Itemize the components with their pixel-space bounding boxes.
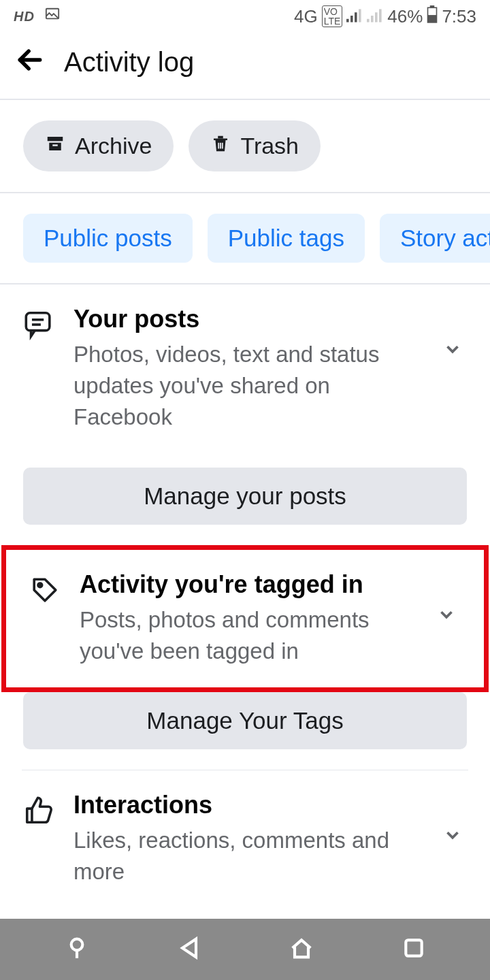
svg-rect-18 (26, 313, 50, 331)
svg-rect-17 (222, 143, 223, 149)
posts-icon (23, 305, 54, 343)
section-interactions[interactable]: Interactions Likes, reactions, comments … (0, 770, 490, 901)
nav-back-icon[interactable] (176, 934, 203, 964)
archive-label: Archive (75, 133, 152, 159)
filter-public-tags[interactable]: Public tags (208, 214, 365, 263)
volte-icon: VOLTE (322, 5, 343, 27)
archive-button[interactable]: Archive (23, 120, 174, 172)
your-posts-title: Your posts (74, 305, 423, 333)
action-pill-row: Archive Trash (0, 100, 490, 192)
svg-rect-13 (49, 143, 61, 150)
trash-icon (210, 133, 231, 159)
clock: 7:53 (442, 6, 476, 27)
svg-rect-1 (346, 18, 349, 22)
chevron-down-icon (442, 791, 467, 848)
chevron-down-icon (442, 305, 467, 362)
like-icon (23, 791, 54, 829)
signal-icon-2 (367, 6, 383, 27)
svg-point-22 (71, 939, 82, 951)
svg-rect-12 (48, 137, 63, 141)
nav-home-icon[interactable] (288, 934, 315, 964)
section-your-posts[interactable]: Your posts Photos, videos, text and stat… (0, 284, 490, 447)
page-title: Activity log (64, 47, 194, 78)
trash-button[interactable]: Trash (189, 120, 321, 172)
svg-rect-11 (428, 15, 437, 22)
filter-story-activity[interactable]: Story acti (380, 214, 490, 263)
highlight-annotation: Activity you're tagged in Posts, photos … (1, 545, 489, 692)
network-indicator: 4G (294, 6, 318, 27)
picture-icon (43, 7, 62, 26)
chevron-down-icon (436, 570, 461, 627)
svg-rect-7 (375, 12, 378, 22)
archive-icon (45, 133, 65, 159)
interactions-desc: Likes, reactions, comments and more (74, 825, 423, 887)
svg-rect-4 (359, 9, 361, 22)
filter-public-posts[interactable]: Public posts (23, 214, 193, 263)
svg-rect-3 (355, 12, 357, 22)
status-bar: HD 4G VOLTE 46% 7:53 (0, 0, 490, 33)
svg-rect-16 (220, 143, 221, 149)
system-nav-bar (0, 919, 490, 980)
svg-rect-14 (52, 144, 58, 146)
nav-assistant-icon[interactable] (63, 934, 91, 964)
svg-point-21 (38, 583, 42, 587)
your-posts-desc: Photos, videos, text and status updates … (74, 339, 423, 434)
hd-indicator: HD (14, 9, 35, 24)
battery-icon (427, 5, 438, 28)
svg-rect-15 (218, 143, 220, 149)
interactions-title: Interactions (74, 791, 423, 819)
tag-icon (29, 570, 61, 608)
manage-posts-button[interactable]: Manage your posts (23, 468, 467, 525)
section-tagged[interactable]: Activity you're tagged in Posts, photos … (6, 550, 484, 681)
back-arrow-icon[interactable] (15, 45, 45, 80)
svg-rect-8 (379, 9, 382, 22)
manage-tags-button[interactable]: Manage Your Tags (23, 692, 467, 749)
signal-icon (346, 6, 363, 27)
svg-rect-2 (350, 16, 353, 22)
svg-rect-23 (406, 940, 421, 956)
nav-recent-icon[interactable] (400, 934, 427, 964)
filter-chip-row[interactable]: Public posts Public tags Story acti (0, 193, 490, 283)
tagged-title: Activity you're tagged in (80, 570, 417, 599)
trash-label: Trash (240, 133, 299, 159)
battery-percent: 46% (387, 6, 423, 27)
svg-rect-6 (371, 16, 374, 22)
app-header: Activity log (0, 33, 490, 99)
tagged-desc: Posts, photos and comments you've been t… (80, 604, 417, 667)
svg-rect-5 (367, 18, 370, 22)
